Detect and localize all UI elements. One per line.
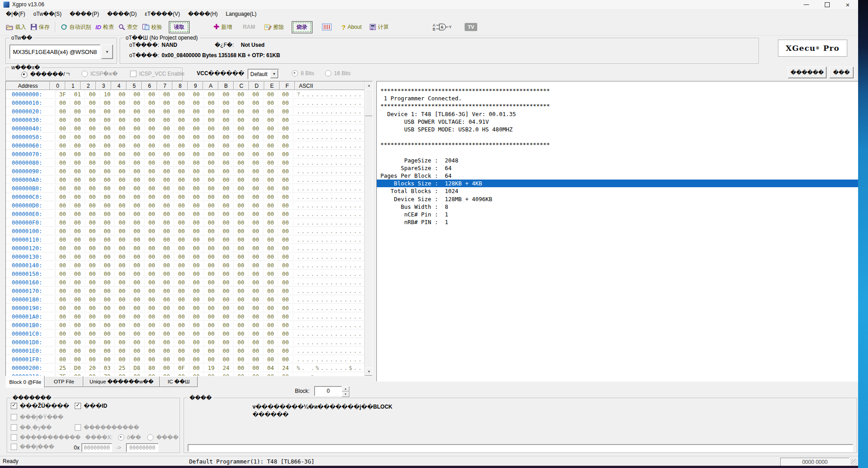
hex-byte-cell[interactable]: 00 <box>130 185 145 192</box>
hex-byte-cell[interactable]: 00 <box>159 364 174 371</box>
hex-row[interactable]: 00000100:0000000000000000000000000000000… <box>6 227 365 235</box>
hex-byte-cell[interactable]: 00 <box>204 296 219 303</box>
hex-byte-cell[interactable]: 00 <box>249 99 263 106</box>
hex-byte-cell[interactable]: 00 <box>55 185 70 192</box>
hex-byte-cell[interactable]: 7F <box>55 373 70 376</box>
hex-byte-cell[interactable]: 0F <box>174 364 189 371</box>
hex-byte-cell[interactable]: 00 <box>55 194 70 200</box>
hex-byte-cell[interactable]: 00 <box>130 253 145 260</box>
hex-byte-cell[interactable]: 00 <box>100 211 115 217</box>
minimize-button[interactable]: — <box>796 0 817 9</box>
hex-row[interactable]: 000001B0:0000000000000000000000000000000… <box>6 321 365 329</box>
hex-byte-cell[interactable]: 00 <box>115 373 130 376</box>
hex-byte-cell[interactable]: 00 <box>145 228 159 234</box>
hex-byte-cell[interactable]: 00 <box>219 117 234 123</box>
hex-byte-cell[interactable]: 00 <box>145 305 159 311</box>
hex-byte-cell[interactable]: 00 <box>278 117 293 123</box>
hex-byte-cell[interactable]: 00 <box>249 159 263 166</box>
hex-byte-cell[interactable]: 24 <box>278 364 293 371</box>
hex-byte-cell[interactable]: 00 <box>159 202 174 209</box>
hex-byte-cell[interactable]: 00 <box>145 270 159 277</box>
hex-row[interactable]: 000001E0:0000000000000000000000000000000… <box>6 346 365 355</box>
hex-row[interactable]: 00000000:3F01001000000000000000000000000… <box>6 90 365 99</box>
hex-byte-cell[interactable]: 00 <box>55 262 70 269</box>
hex-byte-cell[interactable]: 00 <box>278 373 293 376</box>
hex-byte-cell[interactable]: 00 <box>219 194 234 200</box>
hex-byte-cell[interactable]: 00 <box>234 134 249 140</box>
hex-byte-cell[interactable]: 00 <box>100 159 115 166</box>
hex-byte-cell[interactable]: 00 <box>174 159 189 166</box>
hex-byte-cell[interactable]: 00 <box>174 151 189 158</box>
hex-byte-cell[interactable]: 00 <box>70 219 85 226</box>
hex-byte-cell[interactable]: 00 <box>85 176 100 183</box>
hex-byte-cell[interactable]: 00 <box>249 194 263 200</box>
hex-byte-cell[interactable]: 00 <box>145 194 159 200</box>
hex-rows[interactable]: 00000000:3F01001000000000000000000000000… <box>6 90 365 376</box>
hex-byte-cell[interactable]: 00 <box>263 296 278 303</box>
hex-byte-cell[interactable]: 00 <box>278 322 293 328</box>
hex-byte-cell[interactable]: 24 <box>219 364 234 371</box>
hex-byte-cell[interactable]: 00 <box>219 211 234 217</box>
hex-byte-cell[interactable]: 00 <box>219 185 234 192</box>
hex-byte-cell[interactable]: 00 <box>263 202 278 209</box>
hex-byte-cell[interactable]: 00 <box>263 159 278 166</box>
hex-byte-cell[interactable]: 00 <box>130 356 145 363</box>
hex-byte-cell[interactable]: 00 <box>278 245 293 252</box>
hex-byte-cell[interactable]: 00 <box>219 134 234 140</box>
hex-byte-cell[interactable]: 00 <box>249 202 263 209</box>
hex-byte-cell[interactable]: 00 <box>130 108 145 115</box>
hex-byte-cell[interactable]: 00 <box>263 356 278 363</box>
hex-byte-cell[interactable]: 00 <box>85 279 100 286</box>
hex-row[interactable]: 000001C0:0000000000000000000000000000000… <box>6 329 365 338</box>
hex-byte-cell[interactable]: 00 <box>174 347 189 354</box>
hex-byte-cell[interactable]: 00 <box>55 270 70 277</box>
hex-byte-cell[interactable]: 00 <box>85 339 100 346</box>
hex-byte-cell[interactable]: 00 <box>70 236 85 243</box>
hex-byte-cell[interactable]: 00 <box>278 194 293 200</box>
hex-byte-cell[interactable]: 00 <box>263 219 278 226</box>
hex-byte-cell[interactable]: 00 <box>100 185 115 192</box>
hex-byte-cell[interactable]: 00 <box>234 313 249 320</box>
hex-byte-cell[interactable]: 00 <box>219 108 234 115</box>
hex-byte-cell[interactable]: 00 <box>159 108 174 115</box>
hex-byte-cell[interactable]: 00 <box>204 288 219 294</box>
hex-byte-cell[interactable]: 00 <box>189 134 204 140</box>
hex-byte-cell[interactable]: 00 <box>174 313 189 320</box>
hex-byte-cell[interactable]: 00 <box>219 228 234 234</box>
hex-byte-cell[interactable]: 00 <box>85 117 100 123</box>
hex-row[interactable]: 000000B0:0000000000000000000000000000000… <box>6 184 365 193</box>
hex-byte-cell[interactable]: 00 <box>145 339 159 346</box>
hex-row[interactable]: 000000F0:0000000000000000000000000000000… <box>6 218 365 227</box>
hex-byte-cell[interactable]: 00 <box>263 134 278 140</box>
hex-byte-cell[interactable]: 00 <box>85 91 100 98</box>
hex-byte-cell[interactable]: 00 <box>234 228 249 234</box>
tab-otp-file[interactable]: OTP File <box>45 376 83 387</box>
hex-byte-cell[interactable]: 00 <box>100 228 115 234</box>
hex-byte-cell[interactable]: 00 <box>55 296 70 303</box>
hex-byte-cell[interactable]: 00 <box>70 134 85 140</box>
hex-byte-cell[interactable]: 00 <box>189 99 204 106</box>
hex-byte-cell[interactable]: 00 <box>55 134 70 140</box>
hex-byte-cell[interactable]: 00 <box>219 270 234 277</box>
hex-byte-cell[interactable]: 00 <box>174 339 189 346</box>
hex-byte-cell[interactable]: 00 <box>278 313 293 320</box>
hex-byte-cell[interactable]: 00 <box>100 117 115 123</box>
hex-byte-cell[interactable]: 00 <box>278 211 293 217</box>
hex-byte-cell[interactable]: 00 <box>115 253 130 260</box>
hex-byte-cell[interactable]: 00 <box>234 236 249 243</box>
hex-byte-cell[interactable]: 00 <box>278 168 293 175</box>
hex-byte-cell[interactable]: 00 <box>145 211 159 217</box>
hex-row[interactable]: 000001D0:0000000000000000000000000000000… <box>6 338 365 346</box>
hex-byte-cell[interactable]: 00 <box>234 176 249 183</box>
hex-byte-cell[interactable]: 00 <box>115 356 130 363</box>
log-panel[interactable]: ****************************************… <box>376 81 862 382</box>
hex-byte-cell[interactable]: 00 <box>159 228 174 234</box>
hex-byte-cell[interactable]: 00 <box>189 159 204 166</box>
hex-byte-cell[interactable]: 00 <box>249 296 263 303</box>
id-check-button[interactable]: ID 检查 <box>93 22 116 32</box>
hex-byte-cell[interactable]: 00 <box>249 117 263 123</box>
hex-byte-cell[interactable]: 00 <box>55 330 70 337</box>
hex-byte-cell[interactable]: 00 <box>204 356 219 363</box>
block-spinner[interactable]: ▲ ▼ <box>342 386 349 397</box>
hex-editor[interactable]: Address0123456789ABCDEFASCII 00000000:3F… <box>5 81 373 376</box>
